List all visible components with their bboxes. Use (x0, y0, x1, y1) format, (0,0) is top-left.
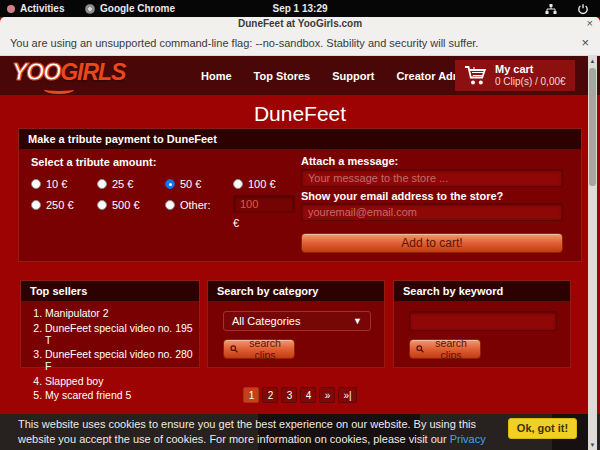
search-category-panel: Search by category All Categories ▼ sear… (207, 280, 385, 368)
page-button-1[interactable]: 1 (243, 387, 259, 403)
site-logo[interactable]: YOOGIRLS (12, 59, 125, 86)
add-to-cart-button[interactable]: Add to cart! (301, 233, 563, 253)
top-seller-item[interactable]: DuneFeet special video no. 280 F (45, 348, 199, 372)
cart-icon (464, 65, 488, 86)
scrollbar[interactable]: ▲ ▼ (588, 56, 597, 450)
nav-home[interactable]: Home (201, 70, 232, 82)
cookie-line2: accept the use of cookies. For more info… (79, 433, 450, 445)
amount-option-50[interactable]: 50 € (165, 173, 233, 194)
search-clips-category-button[interactable]: search clips (223, 339, 295, 359)
top-seller-item[interactable]: Slapped boy (45, 375, 199, 387)
scroll-up-icon[interactable]: ▲ (588, 58, 597, 64)
radio-icon[interactable] (165, 200, 175, 210)
amount-option-label: 10 € (46, 178, 67, 190)
amount-option-250[interactable]: 250 € (31, 194, 97, 215)
message-label: Attach a message: (301, 155, 398, 167)
network-icon[interactable] (545, 3, 557, 15)
amount-option-label: 250 € (46, 199, 74, 211)
cart-title: My cart (495, 63, 534, 75)
tribute-panel-title: Make a tribute payment to DuneFeet (19, 129, 581, 149)
nav-support[interactable]: Support (332, 70, 374, 82)
search-clips-keyword-button[interactable]: search clips (409, 339, 481, 359)
logo-yoo: YOO (12, 59, 60, 85)
site-header: YOOGIRLS HomeTop StoresSupportCreator Ad… (0, 56, 600, 95)
other-amount-input[interactable] (233, 195, 295, 213)
page-button-»[interactable]: » (319, 387, 335, 403)
main-nav: HomeTop StoresSupportCreator Admin (201, 56, 472, 95)
amount-option-label: 500 € (112, 199, 140, 211)
radio-icon[interactable] (97, 179, 107, 189)
page-button-3[interactable]: 3 (281, 387, 297, 403)
currency-label: € (233, 217, 239, 229)
warning-text: You are using an unsupported command-lin… (10, 31, 478, 56)
search-clips-label: search clips (428, 337, 474, 361)
search-keyword-panel: Search by keyword search clips (393, 280, 571, 368)
window-close-icon[interactable]: × (587, 17, 593, 30)
search-icon (230, 344, 238, 354)
page-button-2[interactable]: 2 (262, 387, 278, 403)
search-keyword-title: Search by keyword (394, 281, 570, 301)
amount-label: Select a tribute amount: (31, 156, 156, 168)
chevron-down-icon: ▼ (353, 312, 362, 330)
system-top-bar: Activities Google Chrome Sep 1 13:29 (0, 0, 600, 17)
amount-option-label: 25 € (112, 178, 133, 190)
email-input[interactable] (301, 203, 563, 221)
pagination: 1234»»| (0, 387, 600, 403)
amount-option-500[interactable]: 500 € (97, 194, 165, 215)
amount-option-label: Other: (180, 199, 211, 211)
amount-option-25[interactable]: 25 € (97, 173, 165, 194)
amount-option-10[interactable]: 10 € (31, 173, 97, 194)
top-sellers-panel: Top sellers Manipulator 2DuneFeet specia… (20, 280, 200, 368)
page-button-4[interactable]: 4 (300, 387, 316, 403)
scrollbar-thumb[interactable] (589, 68, 596, 186)
search-category-title: Search by category (208, 281, 384, 301)
window-titlebar: DuneFeet at YooGirls.com × (0, 17, 600, 31)
amount-option-label: 50 € (180, 178, 201, 190)
radio-selected-icon[interactable] (165, 179, 175, 189)
search-clips-label: search clips (242, 337, 288, 361)
message-input[interactable] (301, 169, 563, 187)
email-label: Show your email address to the store? (301, 190, 503, 202)
radio-icon[interactable] (233, 179, 243, 189)
keyword-input[interactable] (409, 311, 557, 331)
page-button-»|[interactable]: »| (338, 387, 356, 403)
logo-smile-icon (44, 85, 74, 94)
amount-option-other[interactable]: Other: (165, 194, 233, 215)
radio-icon[interactable] (31, 200, 41, 210)
category-selected-option: All Categories (232, 315, 300, 327)
clock[interactable]: Sep 1 13:29 (0, 0, 600, 17)
logo-girls: GIRLS (60, 59, 125, 85)
amount-option-100[interactable]: 100 € (233, 173, 305, 194)
cart-summary: 0 Clip(s) / 0,00€ (495, 76, 566, 87)
chrome-warning-bar: You are using an unsupported command-lin… (0, 31, 600, 56)
top-seller-item[interactable]: DuneFeet special video no. 195 T (45, 322, 199, 346)
search-icon (416, 344, 424, 354)
cookie-accept-button[interactable]: Ok, got it! (508, 418, 577, 439)
top-sellers-title: Top sellers (21, 281, 199, 301)
window-title: DuneFeet at YooGirls.com (0, 17, 600, 31)
cookie-text: This website uses cookies to ensure you … (18, 417, 500, 450)
warning-close-icon[interactable]: × (581, 31, 589, 55)
radio-icon[interactable] (97, 200, 107, 210)
page-title: DuneFeet (0, 102, 600, 126)
nav-top-stores[interactable]: Top Stores (254, 70, 311, 82)
screen: Activities Google Chrome Sep 1 13:29 Dun… (0, 0, 600, 450)
scroll-down-icon[interactable]: ▼ (588, 442, 597, 448)
power-icon[interactable] (577, 3, 589, 15)
amount-option-label: 100 € (248, 178, 276, 190)
top-seller-item[interactable]: Manipulator 2 (45, 307, 199, 319)
category-select[interactable]: All Categories ▼ (223, 311, 371, 331)
cart-button[interactable]: My cart 0 Clip(s) / 0,00€ (455, 60, 575, 91)
cookie-banner: This website uses cookies to ensure you … (0, 414, 600, 450)
radio-icon[interactable] (31, 179, 41, 189)
tribute-panel: Make a tribute payment to DuneFeet Selec… (18, 128, 582, 262)
